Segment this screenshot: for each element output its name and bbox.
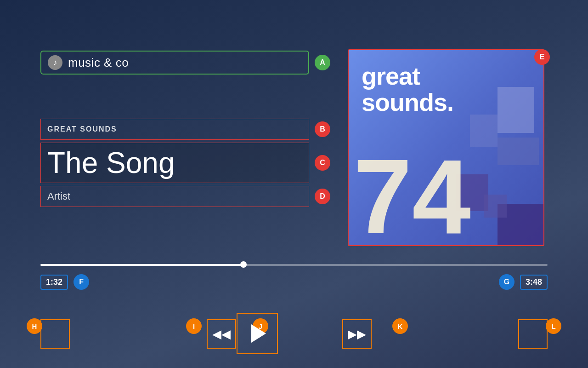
badge-k-container: K [392, 318, 408, 334]
track-album-text: GREAT SOUNDS [47, 125, 117, 133]
total-time: 3:48 [520, 275, 548, 290]
badge-d[interactable]: D [315, 189, 330, 204]
track-album-label: GREAT SOUNDS [40, 119, 309, 140]
badge-i-container: I [186, 318, 202, 334]
album-art-container: greatsounds. 74 [348, 49, 544, 246]
badge-h-container: H [27, 318, 42, 334]
deco-3 [498, 138, 539, 165]
badge-g[interactable]: G [499, 274, 514, 290]
left-action-button[interactable] [40, 319, 70, 349]
album-art-text: greatsounds. [362, 63, 453, 115]
badge-l[interactable]: L [546, 318, 561, 334]
track-artist-row: Artist D [40, 186, 330, 207]
progress-bar-fill [40, 264, 243, 266]
track-info: GREAT SOUNDS B The Song C Artist D [40, 119, 330, 207]
badge-k[interactable]: K [392, 318, 408, 334]
progress-handle[interactable] [240, 261, 247, 268]
track-song-box: The Song [40, 143, 309, 183]
badge-a[interactable]: A [315, 55, 330, 70]
track-song-row: The Song C [40, 143, 330, 183]
top-bar: ♪ music & co A [40, 51, 330, 75]
badge-h[interactable]: H [27, 318, 42, 334]
next-button[interactable]: ▶▶ [342, 319, 372, 349]
badge-i[interactable]: I [186, 318, 202, 334]
badge-e[interactable]: E [534, 49, 550, 65]
right-action-button[interactable] [518, 319, 548, 349]
deco-6 [484, 195, 507, 218]
music-icon: ♪ [48, 55, 62, 70]
app-title: music & co [68, 56, 129, 70]
search-box[interactable]: ♪ music & co [40, 51, 309, 75]
album-art-inner: greatsounds. 74 [349, 50, 543, 245]
deco-2 [470, 115, 498, 147]
badge-l-container: L [546, 318, 561, 334]
badge-f[interactable]: F [74, 274, 89, 290]
play-icon [251, 324, 266, 343]
deco-1 [498, 87, 534, 133]
track-song-text: The Song [47, 146, 175, 180]
badge-c[interactable]: C [315, 155, 330, 171]
badge-b[interactable]: B [315, 121, 330, 137]
track-artist-text: Artist [47, 190, 70, 202]
progress-bar-track[interactable] [40, 264, 548, 266]
progress-section: 1:32 F G 3:48 [40, 264, 548, 290]
prev-button[interactable]: ◀◀ [207, 319, 236, 349]
track-artist-box: Artist [40, 186, 309, 207]
play-button[interactable] [237, 313, 278, 354]
album-art-number: 74 [353, 144, 471, 246]
current-time: 1:32 [40, 275, 68, 290]
time-row: 1:32 F G 3:48 [40, 274, 548, 290]
track-album-row: GREAT SOUNDS B [40, 119, 330, 140]
